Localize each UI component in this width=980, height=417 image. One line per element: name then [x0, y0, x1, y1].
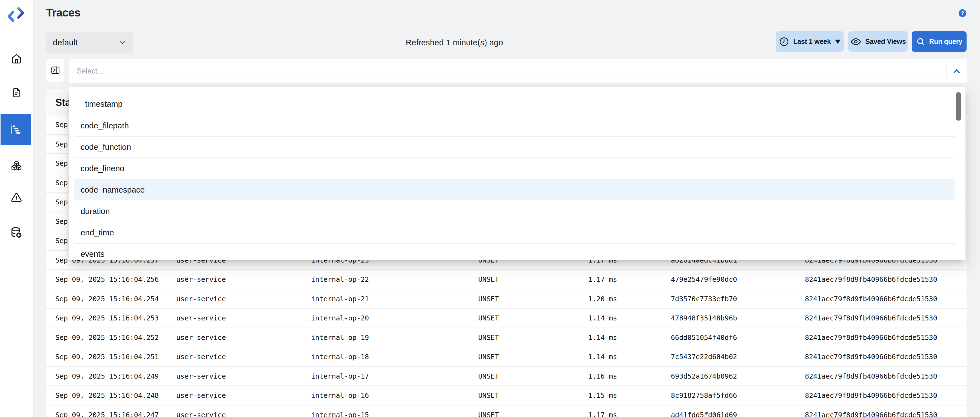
panel-expand-icon	[51, 66, 60, 75]
cell-timestamp: Sep 09, 2025 15:16:04.252	[56, 333, 159, 342]
cell-status_code: UNSET	[478, 411, 499, 417]
sidebar-item-traces[interactable]	[0, 114, 31, 145]
suggestion-item[interactable]: _timestamp	[74, 93, 955, 115]
run-query-label: Run query	[929, 38, 963, 46]
cell-span_id: 66dd051054f40df6	[671, 333, 737, 342]
cell-duration: 1.14 ms	[588, 353, 617, 361]
input-divider	[947, 64, 947, 78]
table-row[interactable]: Sep 09, 2025 15:16:04.254user-serviceint…	[46, 289, 967, 309]
workspace-select[interactable]: default	[46, 32, 133, 53]
traces-icon	[11, 125, 21, 134]
cell-status_code: UNSET	[478, 333, 499, 342]
table-row[interactable]: Sep 09, 2025 15:16:04.249user-serviceint…	[46, 367, 967, 386]
table-row[interactable]: Sep 09, 2025 15:16:04.248user-serviceint…	[46, 386, 967, 406]
question-mark-icon: ?	[961, 10, 964, 16]
suggestion-item[interactable]: end_time	[74, 222, 955, 243]
sidebar-item-home[interactable]	[0, 46, 33, 72]
filter-select-input[interactable]: Select...	[69, 59, 967, 83]
cell-trace_id: 8241aec79f8d9fb40966b6fdcde51530	[805, 411, 937, 417]
suggestion-item[interactable]: code_namespace	[74, 179, 955, 200]
cell-timestamp: Sep 09, 2025 15:16:04.251	[56, 353, 159, 361]
cell-trace_id: 8241aec79f8d9fb40966b6fdcde51530	[805, 333, 937, 342]
cell-name: internal-op-22	[311, 275, 369, 283]
cell-name: internal-op-15	[311, 411, 369, 417]
sidebar	[0, 0, 33, 417]
toolbar: default Refreshed 1 minute(s) ago Last 1…	[46, 31, 967, 54]
chevron-down-icon	[119, 39, 126, 46]
query-bar: Select...	[46, 59, 967, 83]
table-row[interactable]: Sep 09, 2025 15:16:04.253user-serviceint…	[46, 308, 967, 328]
collapse-filters-button[interactable]	[953, 68, 960, 74]
search-icon	[916, 37, 926, 46]
chevron-up-icon	[953, 68, 960, 74]
cell-status_code: UNSET	[478, 275, 499, 283]
time-range-button[interactable]: Last 1 week	[776, 31, 844, 52]
time-range-label: Last 1 week	[793, 38, 830, 46]
cell-service: user-service	[176, 275, 226, 283]
sidebar-item-services[interactable]	[0, 153, 33, 179]
suggestion-item[interactable]: code_filepath	[74, 115, 955, 136]
cell-name: internal-op-16	[311, 391, 369, 399]
saved-views-label: Saved Views	[865, 38, 906, 46]
cell-service: user-service	[176, 314, 226, 322]
table-row[interactable]: Sep 09, 2025 15:16:04.251user-serviceint…	[46, 347, 967, 367]
cell-span_id: ad41fdd5fd061d69	[671, 411, 737, 417]
cell-trace_id: 8241aec79f8d9fb40966b6fdcde51530	[805, 372, 937, 380]
cell-status_code: UNSET	[478, 353, 499, 361]
expand-panel-button[interactable]	[46, 59, 64, 82]
refreshed-status: Refreshed 1 minute(s) ago	[133, 31, 776, 47]
cell-service: user-service	[176, 411, 226, 417]
cell-duration: 1.17 ms	[588, 275, 617, 283]
sidebar-item-logs[interactable]	[0, 80, 33, 106]
clock-icon	[779, 37, 789, 47]
cell-span_id: 7c5437e22d604b02	[671, 353, 737, 361]
cell-timestamp: Sep 09, 2025 15:16:04.249	[56, 372, 159, 380]
cell-trace_id: 8241aec79f8d9fb40966b6fdcde51530	[805, 314, 937, 322]
sidebar-item-datasources[interactable]	[0, 219, 33, 246]
table-row[interactable]: Sep 09, 2025 15:16:04.252user-serviceint…	[46, 328, 967, 348]
suggestion-item[interactable]: code_lineno	[74, 158, 955, 179]
table-row[interactable]: Sep 09, 2025 15:16:04.247user-serviceint…	[46, 406, 967, 417]
cell-timestamp: Sep 09, 2025 15:16:04.247	[56, 411, 159, 417]
cell-duration: 1.14 ms	[588, 333, 617, 342]
run-query-button[interactable]: Run query	[912, 31, 967, 52]
traces-page: Traces ? default Refreshed 1 minute(s) a…	[0, 0, 980, 417]
cell-span_id: 7d3570c7733efb70	[671, 295, 737, 303]
workspace-select-value: default	[53, 38, 119, 47]
cell-duration: 1.15 ms	[588, 391, 617, 399]
table-row[interactable]: Sep 09, 2025 15:16:04.256user-serviceint…	[46, 270, 967, 289]
cell-trace_id: 8241aec79f8d9fb40966b6fdcde51530	[805, 391, 937, 399]
dropdown-scrollbar-thumb[interactable]	[956, 92, 961, 121]
cell-service: user-service	[176, 372, 226, 380]
signoz-logo-icon[interactable]	[8, 7, 24, 22]
cell-name: internal-op-17	[311, 372, 369, 380]
cell-trace_id: 8241aec79f8d9fb40966b6fdcde51530	[805, 275, 937, 283]
cell-service: user-service	[176, 295, 226, 303]
help-button[interactable]: ?	[959, 9, 966, 17]
cell-status_code: UNSET	[478, 372, 499, 380]
cell-duration: 1.20 ms	[588, 295, 617, 303]
saved-views-button[interactable]: Saved Views	[848, 31, 908, 52]
cell-service: user-service	[176, 353, 226, 361]
eye-icon	[850, 36, 862, 48]
cell-name: internal-op-21	[311, 295, 369, 303]
cell-span_id: 478948f35148b96b	[671, 314, 737, 322]
page-title: Traces	[46, 6, 80, 19]
cell-name: internal-op-19	[311, 333, 369, 342]
sidebar-item-alerts[interactable]	[0, 184, 33, 211]
cell-span_id: 479e25479fe90dc0	[671, 275, 737, 283]
alert-triangle-icon	[11, 192, 22, 203]
cell-status_code: UNSET	[478, 391, 499, 399]
filter-suggestions-dropdown: _timestampcode_filepathcode_functioncode…	[69, 87, 966, 260]
suggestion-item[interactable]: events	[74, 243, 955, 260]
suggestion-item[interactable]: code_function	[74, 136, 955, 158]
cell-name: internal-op-18	[311, 353, 369, 361]
logs-icon	[11, 88, 22, 98]
cell-timestamp: Sep 09, 2025 15:16:04.254	[56, 295, 159, 303]
cell-service: user-service	[176, 333, 226, 342]
suggestion-item[interactable]: duration	[74, 200, 955, 222]
cell-trace_id: 8241aec79f8d9fb40966b6fdcde51530	[805, 295, 937, 303]
home-icon	[11, 53, 22, 64]
main-content: Traces ? default Refreshed 1 minute(s) a…	[33, 0, 980, 417]
cell-duration: 1.16 ms	[588, 372, 617, 380]
